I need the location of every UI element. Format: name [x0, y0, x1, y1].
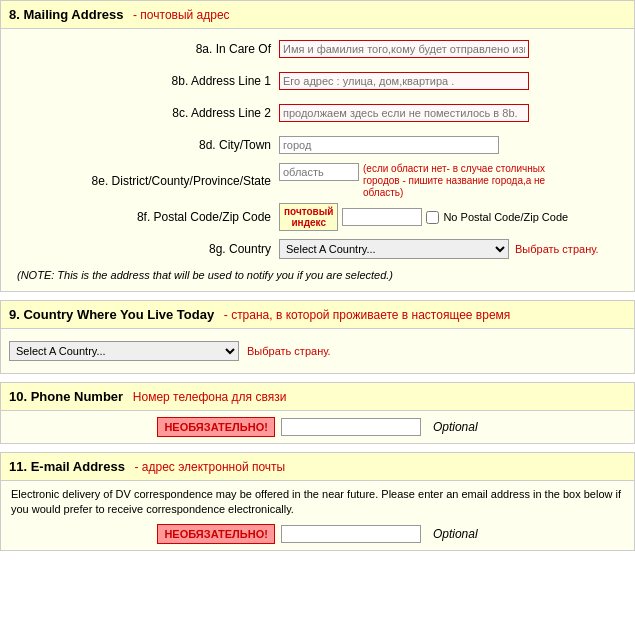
section9-vybrat: Выбрать страну. — [247, 345, 331, 357]
city-input[interactable] — [279, 136, 499, 154]
row-address-line1: 8b. Address Line 1 — [9, 67, 626, 95]
label-in-care-of: 8a. In Care Of — [9, 42, 279, 56]
email-input-group: НЕОБЯЗАТЕЛЬНО! Optional — [11, 524, 624, 544]
postal-button[interactable]: почтовый индекс — [279, 203, 338, 231]
label-address-line1: 8b. Address Line 1 — [9, 74, 279, 88]
section8-note: (NOTE: This is the address that will be … — [9, 267, 626, 285]
input-wrapper-address-line2 — [279, 104, 626, 122]
section-10-title: Phone Number — [31, 389, 123, 404]
address-line2-input[interactable] — [279, 104, 529, 122]
section-10-number: 10. — [9, 389, 27, 404]
section-11-header: 11. E-mail Address - адрес электронной п… — [1, 453, 634, 481]
section-9-body: Select A Country... Выбрать страну. — [1, 329, 634, 373]
section-9-header: 9. Country Where You Live Today - страна… — [1, 301, 634, 329]
section-8-subtitle: - почтовый адрес — [133, 8, 230, 22]
row-district: 8e. District/County/Province/State (если… — [9, 163, 626, 199]
section-10-header: 10. Phone Number Номер телефона для связ… — [1, 383, 634, 411]
row-postal: 8f. Postal Code/Zip Code почтовый индекс… — [9, 203, 626, 231]
phone-input[interactable] — [281, 418, 421, 436]
email-input[interactable] — [281, 525, 421, 543]
label-district: 8e. District/County/Province/State — [9, 174, 279, 188]
row-city: 8d. City/Town — [9, 131, 626, 159]
input-wrapper-address-line1 — [279, 72, 626, 90]
phone-input-group: НЕОБЯЗАТЕЛЬНО! Optional — [157, 417, 477, 437]
section-8-number: 8. — [9, 7, 20, 22]
country-select[interactable]: Select A Country... — [279, 239, 509, 259]
input-wrapper-city — [279, 136, 626, 154]
label-postal: 8f. Postal Code/Zip Code — [9, 210, 279, 224]
country-live-select[interactable]: Select A Country... — [9, 341, 239, 361]
section-8-body: 8a. In Care Of 8b. Address Line 1 8c. Ad… — [1, 29, 634, 291]
input-wrapper-country: Select A Country... Выбрать страну. — [279, 239, 626, 259]
email-notice-text: Electronic delivery of DV correspondence… — [11, 487, 624, 518]
district-note: (если области нет- в случае столичных го… — [363, 163, 563, 199]
phone-optional-text: Optional — [433, 420, 478, 434]
country-select-row: Select A Country... Выбрать страну. — [279, 239, 599, 259]
label-city: 8d. City/Town — [9, 138, 279, 152]
section-11: 11. E-mail Address - адрес электронной п… — [0, 452, 635, 551]
section-11-body: Electronic delivery of DV correspondence… — [1, 481, 634, 550]
address-line1-input[interactable] — [279, 72, 529, 90]
section-11-subtitle: - адрес электронной почты — [135, 460, 286, 474]
section-10-body: НЕОБЯЗАТЕЛЬНО! Optional — [1, 411, 634, 443]
no-postal-label: No Postal Code/Zip Code — [443, 211, 568, 223]
district-input[interactable] — [279, 163, 359, 181]
input-wrapper-in-care-of — [279, 40, 626, 58]
row-address-line2: 8c. Address Line 2 — [9, 99, 626, 127]
email-optional-button[interactable]: НЕОБЯЗАТЕЛЬНО! — [157, 524, 275, 544]
label-country: 8g. Country — [9, 242, 279, 256]
in-care-of-input[interactable] — [279, 40, 529, 58]
section-8-header: 8. Mailing Address - почтовый адрес — [1, 1, 634, 29]
input-wrapper-postal: почтовый индекс No Postal Code/Zip Code — [279, 203, 626, 231]
vybrat-stranu: Выбрать страну. — [515, 243, 599, 255]
postal-input[interactable] — [342, 208, 422, 226]
label-address-line2: 8c. Address Line 2 — [9, 106, 279, 120]
section9-select-row: Select A Country... Выбрать страну. — [9, 337, 626, 365]
section-11-number: 11. — [9, 459, 27, 474]
row-in-care-of: 8a. In Care Of — [9, 35, 626, 63]
section-10-subtitle: Номер телефона для связи — [133, 390, 287, 404]
row-country: 8g. Country Select A Country... Выбрать … — [9, 235, 626, 263]
section-8-title: Mailing Address — [23, 7, 123, 22]
phone-optional-button[interactable]: НЕОБЯЗАТЕЛЬНО! — [157, 417, 275, 437]
postal-row: почтовый индекс No Postal Code/Zip Code — [279, 203, 568, 231]
section-9-subtitle: - страна, в которой проживаете в настоящ… — [224, 308, 511, 322]
email-optional-text: Optional — [433, 527, 478, 541]
section-9: 9. Country Where You Live Today - страна… — [0, 300, 635, 374]
section-11-title: E-mail Address — [31, 459, 125, 474]
section-9-number: 9. — [9, 307, 20, 322]
input-wrapper-district: (если области нет- в случае столичных го… — [279, 163, 626, 199]
section-8: 8. Mailing Address - почтовый адрес 8a. … — [0, 0, 635, 292]
no-postal-checkbox[interactable] — [426, 211, 439, 224]
district-input-group: (если области нет- в случае столичных го… — [279, 163, 563, 199]
section-9-title: Country Where You Live Today — [23, 307, 214, 322]
section-10: 10. Phone Number Номер телефона для связ… — [0, 382, 635, 444]
